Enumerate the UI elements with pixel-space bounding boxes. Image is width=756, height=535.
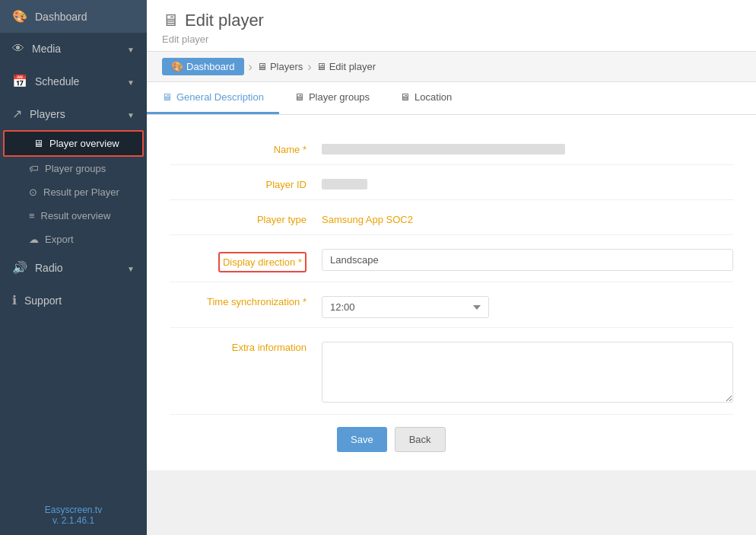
- form-row-time-sync: Time synchronization 12:00 00:00 06:00 1…: [170, 282, 733, 328]
- form-row-player-id: Player ID: [170, 165, 733, 200]
- player-type-value: Samsung App SOC2: [322, 209, 733, 225]
- player-id-blurred: [322, 179, 367, 189]
- sidebar-item-player-groups[interactable]: 🏷 Player groups: [0, 157, 147, 180]
- tag-icon: 🏷: [29, 163, 39, 174]
- page-title-icon: 🖥: [162, 11, 179, 30]
- breadcrumb-separator: [249, 60, 253, 74]
- sidebar-item-support[interactable]: ℹ Support: [0, 284, 147, 317]
- sidebar-item-dashboard[interactable]: 🎨 Dashboard: [0, 0, 147, 33]
- form-row-extra-info: Extra information: [170, 328, 733, 415]
- result-icon: ⊙: [29, 186, 37, 198]
- list-icon: ≡: [29, 210, 35, 221]
- player-id-label: Player ID: [170, 174, 322, 190]
- chevron-down-icon: [127, 43, 135, 55]
- display-direction-label-box: Display direction *: [218, 252, 307, 272]
- server-icon: 🖥: [257, 61, 267, 72]
- info-icon: ℹ: [12, 293, 17, 307]
- sidebar-item-result-per-player[interactable]: ⊙ Result per Player: [0, 180, 147, 204]
- dashboard-icon: 🎨: [171, 61, 183, 72]
- dashboard-icon: 🎨: [12, 9, 27, 24]
- players-icon: ↗: [12, 107, 22, 121]
- media-icon: 👁: [12, 42, 24, 56]
- sidebar-item-media[interactable]: 👁 Media: [0, 33, 147, 65]
- display-direction-value: [322, 244, 733, 271]
- sidebar-item-players[interactable]: ↗ Players: [0, 97, 147, 130]
- back-button[interactable]: Back: [395, 427, 446, 452]
- extra-info-textarea[interactable]: [322, 342, 733, 403]
- breadcrumb-edit-player[interactable]: 🖥 Edit player: [316, 61, 376, 72]
- sidebar-item-radio[interactable]: 🔊 Radio: [0, 251, 147, 284]
- time-sync-select[interactable]: 12:00 00:00 06:00 18:00: [322, 296, 489, 318]
- tab-location-icon: 🖥: [400, 91, 410, 103]
- time-sync-label: Time synchronization: [170, 291, 322, 307]
- name-label: Name: [170, 139, 322, 155]
- time-sync-value: 12:00 00:00 06:00 18:00: [322, 291, 733, 318]
- display-direction-label: Display direction *: [170, 244, 322, 272]
- sidebar-item-export[interactable]: ☁ Export: [0, 228, 147, 251]
- server-icon: 🖥: [33, 138, 43, 149]
- display-direction-input[interactable]: [322, 249, 733, 271]
- save-button[interactable]: Save: [337, 427, 387, 452]
- name-value: [322, 139, 733, 155]
- chevron-down-icon: [127, 75, 135, 88]
- player-type-label: Player type: [170, 209, 322, 225]
- extra-info-label: Extra information: [170, 337, 322, 353]
- page-subtitle: Edit player: [162, 33, 741, 45]
- page-title: 🖥 Edit player: [162, 11, 741, 30]
- chevron-down-icon: [127, 108, 135, 120]
- tab-player-groups[interactable]: 🖥 Player groups: [279, 82, 385, 114]
- export-icon: ☁: [29, 234, 39, 245]
- tab-general-icon: 🖥: [162, 91, 172, 103]
- name-blurred: [322, 144, 565, 154]
- form-container: Name Player ID Player type Samsung App S…: [147, 115, 756, 470]
- breadcrumb-dashboard[interactable]: 🎨 Dashboard: [162, 58, 244, 75]
- form-row-player-type: Player type Samsung App SOC2: [170, 200, 733, 235]
- radio-icon: 🔊: [12, 260, 27, 275]
- form-row-display-direction: Display direction *: [170, 235, 733, 282]
- tabs: 🖥 General Description 🖥 Player groups 🖥 …: [147, 82, 756, 115]
- main-content: 🖥 Edit player Edit player 🎨 Dashboard 🖥 …: [147, 0, 756, 535]
- breadcrumb: 🎨 Dashboard 🖥 Players 🖥 Edit player: [147, 52, 756, 82]
- schedule-icon: 📅: [12, 74, 27, 88]
- sidebar: 🎨 Dashboard 👁 Media 📅 Schedule ↗ Players…: [0, 0, 147, 535]
- chevron-down-icon: [127, 262, 135, 274]
- sidebar-item-result-overview[interactable]: ≡ Result overview: [0, 204, 147, 228]
- sidebar-footer: Easyscreen.tv v. 2.1.46.1: [0, 495, 147, 535]
- breadcrumb-players[interactable]: 🖥 Players: [257, 61, 303, 72]
- button-row: Save Back: [170, 415, 733, 455]
- breadcrumb-separator-2: [307, 60, 311, 74]
- tab-location[interactable]: 🖥 Location: [385, 82, 467, 114]
- page-header: 🖥 Edit player Edit player: [147, 0, 756, 52]
- form-row-name: Name: [170, 130, 733, 165]
- server-icon-2: 🖥: [316, 61, 326, 72]
- player-id-value: [322, 174, 733, 190]
- tab-groups-icon: 🖥: [294, 91, 304, 103]
- extra-info-value: [322, 337, 733, 405]
- tab-general-description[interactable]: 🖥 General Description: [147, 82, 279, 114]
- sidebar-item-schedule[interactable]: 📅 Schedule: [0, 65, 147, 97]
- sidebar-item-player-overview[interactable]: 🖥 Player overview: [3, 130, 144, 157]
